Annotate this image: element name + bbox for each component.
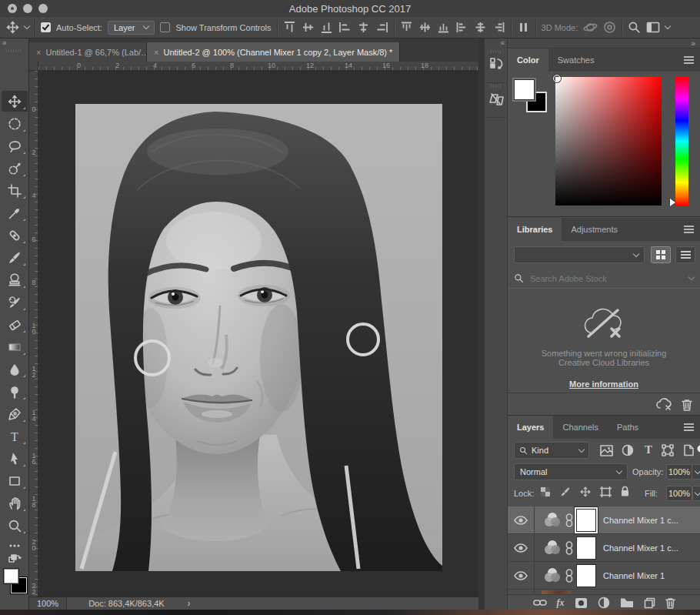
panel-stack-expand-icon[interactable]: »: [508, 38, 700, 48]
distribute-right-edges-icon[interactable]: [492, 21, 505, 34]
foreground-background-colors[interactable]: [3, 568, 26, 603]
close-tab-icon[interactable]: ×: [36, 48, 41, 57]
dodge-tool[interactable]: [2, 381, 28, 402]
tab-paths[interactable]: Paths: [608, 416, 648, 439]
tab-untitled-2[interactable]: × Untitled-2 @ 100% (Channel Mixer 1 cop…: [147, 42, 400, 62]
eraser-tool[interactable]: [2, 314, 28, 335]
layer-mask-thumbnail[interactable]: [576, 509, 596, 532]
blend-mode-dropdown[interactable]: Normal: [514, 463, 628, 480]
search-input[interactable]: [528, 273, 685, 284]
filter-pixel-layers-icon[interactable]: [600, 445, 613, 456]
tab-swatches[interactable]: Swatches: [548, 48, 604, 72]
filter-pin-toggle-icon[interactable]: [697, 445, 700, 456]
lock-transparency-icon[interactable]: [540, 486, 551, 497]
move-tool-icon[interactable]: [6, 21, 19, 34]
add-layer-mask-icon[interactable]: [575, 597, 588, 609]
trash-icon[interactable]: [682, 399, 692, 411]
status-options-chevron-icon[interactable]: ›: [188, 598, 191, 609]
eyedropper-tool[interactable]: [2, 202, 28, 223]
roll-3d-icon[interactable]: [603, 21, 616, 34]
link-mask-icon[interactable]: [565, 541, 573, 555]
marquee-tool[interactable]: [2, 113, 28, 134]
fill-value-field[interactable]: 100%: [666, 486, 692, 501]
link-mask-icon[interactable]: [565, 513, 573, 527]
lock-artboard-icon[interactable]: [600, 486, 612, 497]
toolbar-grip[interactable]: [6, 49, 22, 52]
tool-preset-caret-icon[interactable]: [24, 23, 30, 29]
document-size-info[interactable]: Doc: 863,4K/863,4K: [88, 599, 164, 608]
tab-adjustments[interactable]: Adjustments: [562, 218, 627, 241]
list-view-button[interactable]: [675, 246, 695, 263]
search-icon[interactable]: [628, 21, 641, 34]
distribute-left-edges-icon[interactable]: [455, 21, 468, 34]
channel-mixer-thumbnail[interactable]: [542, 510, 562, 530]
lasso-tool[interactable]: [2, 135, 28, 156]
rectangle-tool[interactable]: [2, 470, 28, 491]
lock-all-icon[interactable]: [620, 486, 630, 497]
zoom-tool[interactable]: [2, 515, 28, 536]
crop-tool[interactable]: [2, 180, 28, 201]
layer-row-channel-mixer-1-copy[interactable]: Channel Mixer 1 c...: [508, 534, 700, 562]
orbit-3d-icon[interactable]: [583, 21, 598, 34]
tab-color[interactable]: Color: [508, 48, 548, 72]
auto-select-checkbox[interactable]: [41, 22, 51, 32]
color-foreground-background[interactable]: [514, 79, 549, 115]
filter-shape-layers-icon[interactable]: [662, 444, 674, 456]
collapsed-panel-button[interactable]: [485, 83, 508, 118]
hand-tool[interactable]: [2, 493, 28, 513]
layer-visibility-toggle[interactable]: [508, 534, 535, 561]
channel-mixer-thumbnail[interactable]: [542, 538, 562, 558]
link-mask-icon[interactable]: [565, 569, 573, 583]
delete-layer-icon[interactable]: [665, 597, 675, 609]
tab-layers[interactable]: Layers: [508, 416, 553, 439]
blur-tool[interactable]: [2, 359, 28, 379]
distribute-top-edges-icon[interactable]: [400, 21, 413, 34]
opacity-value-field[interactable]: 100%: [666, 464, 692, 480]
layer-style-icon[interactable]: fx: [557, 597, 565, 609]
tab-libraries[interactable]: Libraries: [508, 218, 562, 241]
align-right-edges-icon[interactable]: [375, 21, 388, 34]
tab-channels[interactable]: Channels: [553, 416, 607, 439]
brush-tool[interactable]: [2, 247, 28, 268]
new-group-icon[interactable]: [620, 597, 634, 608]
filter-type-layers-icon[interactable]: T: [645, 443, 652, 456]
toolbar-expand-icon[interactable]: »: [0, 38, 28, 48]
clone-stamp-tool[interactable]: [2, 269, 28, 290]
layer-visibility-toggle[interactable]: [508, 506, 535, 533]
distribute-bottom-edges-icon[interactable]: [437, 21, 450, 34]
foreground-color-swatch[interactable]: [3, 568, 19, 584]
filter-smart-objects-icon[interactable]: [683, 444, 695, 456]
hue-slider-marker[interactable]: [670, 199, 675, 206]
show-transform-checkbox[interactable]: [160, 22, 170, 32]
zoom-level-field[interactable]: 100%: [29, 597, 67, 610]
dock-collapse-icon[interactable]: «: [485, 38, 507, 47]
saturation-brightness-field[interactable]: [555, 77, 662, 206]
ruler-origin-corner[interactable]: [29, 62, 38, 71]
align-bottom-edges-icon[interactable]: [320, 21, 333, 34]
pen-tool[interactable]: [2, 403, 28, 424]
hue-slider[interactable]: [675, 77, 688, 206]
panel-menu-icon[interactable]: [684, 229, 694, 230]
lock-pixels-icon[interactable]: [560, 486, 571, 497]
adobe-stock-search[interactable]: [508, 269, 700, 289]
align-vertical-centers-icon[interactable]: [302, 21, 315, 34]
fill-caret[interactable]: [692, 486, 700, 501]
healing-brush-tool[interactable]: [2, 225, 28, 246]
link-layers-icon[interactable]: [533, 599, 547, 607]
workspace-icon[interactable]: [646, 22, 660, 33]
swap-colors-button[interactable]: [2, 551, 28, 567]
tab-untitled-1[interactable]: × Untitled-1 @ 66,7% (Lab/…: [29, 42, 147, 62]
grid-view-button[interactable]: [651, 246, 671, 263]
align-horizontal-centers-icon[interactable]: [357, 21, 370, 34]
history-brush-tool[interactable]: [2, 292, 28, 313]
channel-mixer-thumbnail[interactable]: [542, 566, 562, 586]
foreground-color-swatch[interactable]: [514, 79, 535, 100]
panel-menu-icon[interactable]: [684, 426, 694, 428]
more-information-link[interactable]: More information: [569, 379, 638, 389]
distribute-spacing-icon[interactable]: [517, 21, 530, 34]
layer-visibility-toggle[interactable]: [508, 562, 535, 589]
layer-mask-thumbnail[interactable]: [576, 564, 596, 587]
gradient-tool[interactable]: [2, 336, 28, 357]
layer-row-channel-mixer-1-copy-2[interactable]: Channel Mixer 1 c...: [508, 506, 700, 534]
panel-menu-icon[interactable]: [684, 59, 694, 61]
